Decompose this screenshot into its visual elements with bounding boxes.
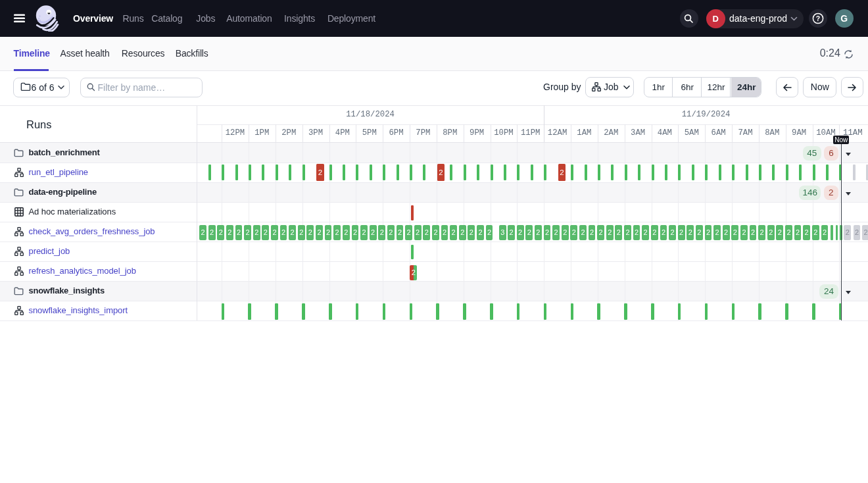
- svg-text:?: ?: [816, 14, 820, 22]
